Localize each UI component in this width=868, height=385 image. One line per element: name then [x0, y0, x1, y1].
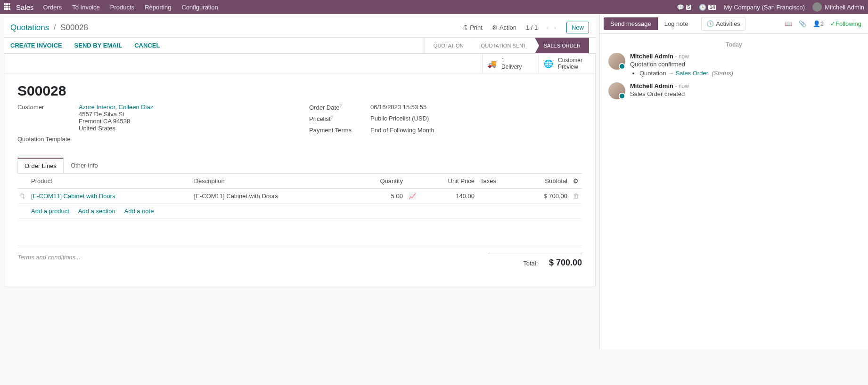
tab-other-info[interactable]: Other Info [64, 158, 105, 173]
total-label: Total: [523, 260, 538, 267]
line-subtotal: $ 700.00 [516, 189, 570, 204]
print-button[interactable]: 🖨Print [462, 24, 483, 31]
orderdate-value[interactable]: 06/16/2023 15:53:55 [370, 104, 582, 111]
table-row[interactable]: ⇅ [E-COM11] Cabinet with Doors [E-COM11]… [17, 189, 582, 204]
address-line2: Fremont CA 94538 [79, 118, 130, 125]
msg-content: Sales Order created [630, 90, 689, 97]
status-change-link[interactable]: Sales Order [676, 70, 708, 77]
delete-line-icon[interactable]: 🗑 [570, 189, 582, 204]
new-button[interactable]: New [566, 22, 589, 33]
col-subtotal[interactable]: Subtotal [516, 174, 570, 189]
menu-orders[interactable]: Orders [43, 4, 62, 11]
send-message-button[interactable]: Send message [604, 17, 658, 30]
clock-icon: 🕓 [706, 20, 714, 27]
apps-icon[interactable] [4, 3, 11, 11]
breadcrumb-current: S00028 [60, 23, 88, 32]
create-invoice-button[interactable]: Create Invoice [10, 42, 62, 49]
message: Mitchell Admin - now Sales Order created [608, 82, 860, 99]
line-description[interactable]: [E-COM11] Cabinet with Doors [191, 189, 354, 204]
pricelist-value[interactable]: Public Pricelist (USD) [370, 115, 582, 122]
activities-button[interactable]: 🕓14 [699, 4, 716, 11]
status-step-quotation-sent[interactable]: Quotation Sent [472, 38, 535, 53]
payterms-label: Payment Terms [309, 127, 370, 134]
drag-handle-icon[interactable]: ⇅ [17, 189, 28, 204]
record-name: S00028 [17, 83, 582, 99]
msg-author[interactable]: Mitchell Admin [630, 82, 673, 89]
user-menu[interactable]: Mitchell Admin [812, 2, 864, 12]
activities-button[interactable]: 🕓Activities [701, 17, 745, 31]
message: Mitchell Admin - now Quotation confirmed… [608, 53, 860, 77]
menu-configuration[interactable]: Configuration [182, 4, 218, 11]
delivery-stat-button[interactable]: 🚚 1Delivery [482, 54, 539, 73]
line-taxes[interactable] [477, 189, 516, 204]
address-line3: United States [79, 125, 115, 132]
menu-reporting[interactable]: Reporting [145, 4, 171, 11]
status-step-sales-order[interactable]: Sales Order [535, 38, 589, 53]
msg-content: Quotation confirmed [630, 61, 733, 68]
book-icon[interactable]: 📖 [785, 20, 792, 27]
avatar-icon [608, 82, 625, 99]
arrow-right-icon: → [668, 70, 676, 77]
menu-products[interactable]: Products [110, 4, 134, 11]
customer-link[interactable]: Azure Interior, Colleen Diaz [79, 104, 153, 111]
quotation-template-value[interactable] [79, 136, 290, 143]
followers-button[interactable]: 👤2 [813, 20, 824, 27]
total-value: $ 700.00 [549, 258, 582, 267]
col-quantity[interactable]: Quantity [354, 174, 406, 189]
log-note-button[interactable]: Log note [658, 17, 695, 30]
col-options-icon[interactable]: ⚙ [570, 174, 582, 189]
col-description[interactable]: Description [191, 174, 354, 189]
attachment-icon[interactable]: 📎 [799, 20, 806, 27]
globe-icon: 🌐 [544, 59, 553, 68]
pager-count: 1 / 1 [526, 24, 538, 31]
col-taxes[interactable]: Taxes [477, 174, 516, 189]
chatter-date-header: Today [608, 41, 860, 48]
line-unitprice[interactable]: 140.00 [419, 189, 477, 204]
customer-label: Customer [17, 104, 79, 132]
status-step-quotation[interactable]: Quotation [425, 38, 472, 53]
col-unitprice[interactable]: Unit Price [419, 174, 477, 189]
payterms-value[interactable]: End of Following Month [370, 127, 582, 134]
gear-icon: ⚙ [492, 24, 498, 31]
print-icon: 🖨 [462, 24, 468, 31]
msg-time: - now [675, 53, 689, 60]
company-switcher[interactable]: My Company (San Francisco) [724, 4, 805, 11]
form-sheet: 🚚 1Delivery 🌐 CustomerPreview S00028 Cus… [4, 54, 596, 287]
discuss-button[interactable]: 💬5 [677, 4, 692, 11]
menu-to-invoice[interactable]: To Invoice [72, 4, 100, 11]
truck-icon: 🚚 [487, 59, 497, 68]
activities-badge: 14 [708, 5, 716, 10]
forecast-icon[interactable]: 📈 [406, 189, 419, 204]
tab-order-lines[interactable]: Order Lines [17, 158, 64, 173]
action-button[interactable]: ⚙Action [492, 24, 516, 31]
discuss-badge: 5 [686, 5, 692, 10]
add-section-link[interactable]: Add a section [78, 208, 115, 215]
avatar-icon [608, 53, 625, 70]
terms-input[interactable]: Terms and conditions... [17, 254, 488, 261]
add-product-link[interactable]: Add a product [31, 208, 69, 215]
breadcrumb-root[interactable]: Quotations [10, 23, 49, 32]
customer-preview-button[interactable]: 🌐 CustomerPreview [539, 54, 595, 73]
cancel-button[interactable]: Cancel [134, 42, 160, 49]
line-quantity[interactable]: 5.00 [354, 189, 406, 204]
pager-arrows[interactable]: ‹› [546, 24, 562, 31]
breadcrumb: Quotations / S00028 [10, 23, 88, 32]
msg-author[interactable]: Mitchell Admin [630, 53, 673, 60]
app-name[interactable]: Sales [16, 3, 34, 11]
pricelist-label: Pricelist? [309, 115, 370, 122]
col-product[interactable]: Product [28, 174, 191, 189]
orderdate-label: Order Date? [309, 104, 370, 111]
following-button[interactable]: ✓ Following [830, 20, 861, 27]
line-product[interactable]: [E-COM11] Cabinet with Doors [31, 192, 115, 200]
address-line1: 4557 De Silva St [79, 111, 124, 118]
send-email-button[interactable]: Send by Email [74, 42, 123, 49]
msg-time: - now [675, 83, 689, 89]
add-note-link[interactable]: Add a note [124, 208, 154, 215]
quotation-template-label: Quotation Template [17, 136, 79, 143]
avatar-icon [812, 2, 822, 12]
